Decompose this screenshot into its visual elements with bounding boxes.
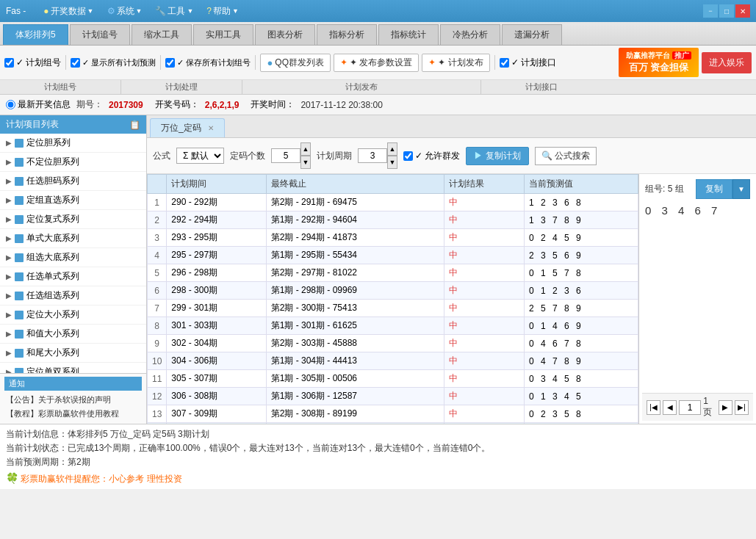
- page-next-btn[interactable]: ▶: [719, 400, 732, 415]
- sidebar-item-2[interactable]: ▶ 任选胆码系列: [0, 172, 146, 191]
- sidebar-item-12[interactable]: ▶ 定位单双系列: [0, 363, 146, 373]
- sidebar-item-4[interactable]: ▶ 定位复式系列: [0, 210, 146, 229]
- btn-copy-arrow[interactable]: ▼: [732, 179, 750, 199]
- menu-xitong[interactable]: ⚙ 系统 ▼: [104, 4, 145, 19]
- cell-predict: 2 5 7 8 9: [525, 300, 638, 317]
- title-bar: Fas - ● 开奖数据 ▼ ⚙ 系统 ▼ 🔧 工具 ▼ ? 帮助 ▼ － □ …: [0, 0, 756, 22]
- group-label-chuli: 计划处理: [121, 80, 242, 94]
- notice-item-1[interactable]: 【教程】彩票助赢软件使用教程: [4, 407, 142, 421]
- right-panel-header: 组号: 5 组 复制 ▼: [642, 177, 753, 201]
- period-value-input[interactable]: [358, 148, 387, 163]
- notice-item-0[interactable]: 【公告】关于杀软误报的声明: [4, 393, 142, 407]
- cell-end: 第2期 - 303期 - 45888: [266, 335, 444, 352]
- sidebar-item-3[interactable]: ▶ 定组直选系列: [0, 191, 146, 210]
- btn-formula-search[interactable]: 🔍 公式搜索: [535, 147, 597, 165]
- table-row[interactable]: 8 301 - 303期 第1期 - 301期 - 61625 中 0 1 4 …: [148, 317, 638, 335]
- btn-copy-plan[interactable]: ▶ 复制计划: [466, 147, 528, 165]
- table-row[interactable]: 4 295 - 297期 第1期 - 295期 - 55434 中 2 3 5 …: [148, 247, 638, 264]
- close-button[interactable]: ✕: [735, 4, 750, 18]
- tab-shiyonggongju[interactable]: 实用工具: [193, 24, 253, 45]
- cell-result: 中: [444, 264, 525, 282]
- fixed-up-btn[interactable]: ▲: [300, 142, 311, 156]
- sidebar-item-7[interactable]: ▶ 任选单式系列: [0, 267, 146, 286]
- cell-period: 304 - 306期: [167, 352, 266, 370]
- sidebar-item-10[interactable]: ▶ 和值大小系列: [0, 325, 146, 344]
- sidebar-copy-icon[interactable]: 📋: [129, 120, 140, 130]
- table-row[interactable]: 6 298 - 300期 第1期 - 298期 - 09969 中 0 1 2 …: [148, 282, 638, 300]
- checkbox-allow-group[interactable]: ✓ 允许群发: [403, 150, 460, 162]
- sidebar-item-5[interactable]: ▶ 单式大底系列: [0, 229, 146, 248]
- checkbox-xianshiyuuce[interactable]: ✓ 显示所有计划预测: [71, 57, 156, 68]
- page-prev-btn[interactable]: ◀: [663, 400, 677, 415]
- tab-zhibiaofenxi[interactable]: 指标分析: [317, 24, 377, 45]
- copy-btn-group: 复制 ▼: [696, 179, 750, 199]
- checkbox-jihuajieko[interactable]: ✓ 计划接口: [500, 57, 556, 69]
- btn-copy[interactable]: 复制: [696, 179, 732, 199]
- tab-zhibiaotongji[interactable]: 指标统计: [378, 24, 439, 45]
- sidebar-item-0[interactable]: ▶ 定位胆系列: [0, 134, 146, 153]
- sidebar-item-8[interactable]: ▶ 任选组选系列: [0, 286, 146, 305]
- right-panel: 组号: 5 组 复制 ▼ 0 3 4 6 7 |◀ ◀ 1页 ▶ ▶|: [638, 174, 756, 424]
- minimize-button[interactable]: －: [703, 4, 718, 18]
- cell-num: 2: [148, 211, 167, 229]
- btn-qqfasong[interactable]: ● QQ群发列表: [260, 54, 331, 72]
- sidebar-item-icon-10: [15, 330, 24, 339]
- fixed-value-input[interactable]: [271, 148, 300, 163]
- fixed-down-btn[interactable]: ▼: [300, 156, 311, 169]
- sidebar: 计划项目列表 📋 ▶ 定位胆系列 ▶ 不定位胆系列 ▶ 任选胆码系列 ▶: [0, 115, 147, 424]
- page-last-btn[interactable]: ▶|: [735, 400, 749, 415]
- maximize-button[interactable]: □: [719, 4, 734, 18]
- formula-select[interactable]: Σ 默认: [176, 148, 224, 164]
- status-line-2: 当前计划状态：已完成13个周期，正确率100.00%，错误0个，最大连对13个，…: [6, 441, 750, 455]
- checkbox-jihuazuhao[interactable]: ✓ 计划组号: [4, 57, 61, 69]
- page-first-btn[interactable]: |◀: [647, 400, 660, 415]
- page-current-input[interactable]: [679, 400, 701, 415]
- group-label-jieko: 计划接口: [481, 80, 602, 94]
- period-down-btn[interactable]: ▼: [387, 156, 397, 169]
- copy-value-0: 0 3 4 6 7: [645, 204, 750, 217]
- table-row[interactable]: 10 304 - 306期 第1期 - 304期 - 44413 中 0 4 7…: [148, 352, 638, 370]
- sidebar-item-11[interactable]: ▶ 和尾大小系列: [0, 344, 146, 363]
- btn-fabu-param[interactable]: ✦ ✦ 发布参数设置: [334, 54, 419, 72]
- cell-period: 299 - 301期: [167, 300, 266, 317]
- tab-tubiaofenxi[interactable]: 图表分析: [255, 24, 315, 45]
- cell-result: 中: [444, 229, 525, 247]
- table-row[interactable]: 2 292 - 294期 第1期 - 292期 - 94604 中 1 3 7 …: [148, 211, 638, 229]
- tab-jihuazhuihao[interactable]: 计划追号: [70, 24, 130, 45]
- ad-banner[interactable]: 助赢推荐平台 推广 百万 资金担保: [619, 48, 699, 77]
- tab-pailiewei5[interactable]: 体彩排列5: [3, 24, 68, 45]
- menu-gongju[interactable]: 🔧 工具 ▼: [152, 4, 196, 19]
- cell-result: 中: [444, 211, 525, 229]
- menu-bangzhu[interactable]: ? 帮助 ▼: [204, 4, 242, 19]
- sidebar-item-1[interactable]: ▶ 不定位胆系列: [0, 153, 146, 172]
- cell-result: 中: [444, 194, 525, 211]
- radio-zuixin[interactable]: 最新开奖信息: [6, 98, 71, 111]
- cell-end: 第1期 - 301期 - 61625: [266, 317, 444, 335]
- tab-yilou[interactable]: 遗漏分析: [502, 24, 562, 45]
- table-row[interactable]: 12 306 - 308期 第1期 - 306期 - 12587 中 0 1 3…: [148, 388, 638, 405]
- tab-suoshui[interactable]: 缩水工具: [132, 24, 192, 45]
- tab-lengrefen[interactable]: 冷热分析: [440, 24, 500, 45]
- sidebar-item-9[interactable]: ▶ 定位大小系列: [0, 305, 146, 325]
- table-row[interactable]: 9 302 - 304期 第2期 - 303期 - 45888 中 0 4 6 …: [148, 335, 638, 352]
- data-table-wrap[interactable]: 计划期间 最终截止 计划结果 当前预测值 1 290 - 292期 第2期 - …: [147, 174, 638, 424]
- inner-tab-wanwei[interactable]: 万位_定码 ✕: [150, 118, 225, 137]
- inner-tab-close[interactable]: ✕: [208, 124, 214, 132]
- period-up-btn[interactable]: ▲: [387, 142, 397, 156]
- table-row[interactable]: 14 309 - 311期 第2期 - 310期 进行中... 等开 0 3 4…: [148, 423, 638, 424]
- checkbox-baocun[interactable]: ✓ 保存所有计划组号: [165, 57, 251, 68]
- sidebar-item-6[interactable]: ▶ 组选大底系列: [0, 248, 146, 267]
- table-row[interactable]: 11 305 - 307期 第1期 - 305期 - 00506 中 0 3 4…: [148, 370, 638, 388]
- table-row[interactable]: 3 293 - 295期 第2期 - 294期 - 41873 中 0 2 4 …: [148, 229, 638, 247]
- cell-predict: 0 3 4 6 7: [525, 423, 638, 424]
- table-row[interactable]: 7 299 - 301期 第2期 - 300期 - 75413 中 2 5 7 …: [148, 300, 638, 317]
- table-row[interactable]: 1 290 - 292期 第2期 - 291期 - 69475 中 1 2 3 …: [148, 194, 638, 211]
- sidebar-item-icon-0: [15, 139, 24, 148]
- sidebar-item-icon-7: [15, 272, 24, 281]
- table-row[interactable]: 5 296 - 298期 第2期 - 297期 - 81022 中 0 1 5 …: [148, 264, 638, 282]
- btn-enter-entertainment[interactable]: 进入娱乐: [702, 52, 752, 73]
- sidebar-item-icon-1: [15, 158, 24, 167]
- table-row[interactable]: 13 307 - 309期 第2期 - 308期 - 89199 中 0 2 3…: [148, 405, 638, 423]
- btn-jihuafabu[interactable]: ✦ ✦ 计划发布: [422, 54, 489, 72]
- menu-kaijiangshu[interactable]: ● 开奖数据 ▼: [40, 4, 96, 19]
